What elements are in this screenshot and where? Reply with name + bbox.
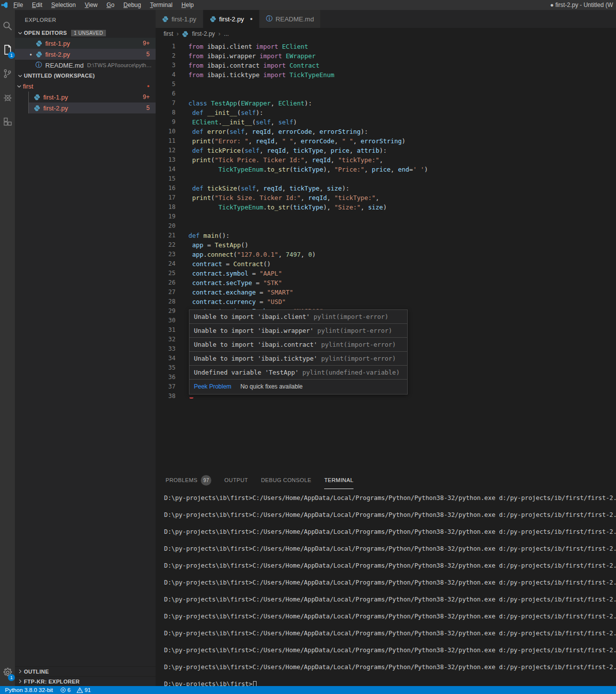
line-content: from ibapi.contract import Contract [176, 61, 319, 70]
menu-go[interactable]: Go [102, 1, 119, 8]
unsaved-count-badge: 1 UNSAVED [71, 30, 106, 36]
line-number: 32 [156, 335, 176, 344]
line-content: print("Tick Price. Ticker Id:", reqId, "… [176, 155, 383, 165]
code-line: 4from ibapi.ticktype import TickTypeEnum [156, 70, 616, 80]
code-line: 7class TestApp(EWrapper, EClient): [156, 99, 616, 108]
extensions-icon[interactable] [0, 109, 15, 133]
diagnostics-popup: Unable to import 'ibapi.client' pylint(i… [189, 309, 408, 395]
python-icon [35, 40, 43, 47]
menu-debug[interactable]: Debug [119, 1, 145, 8]
terminal-line: D:\py-projects\ib\first>C:/Users/Home/Ap… [164, 494, 616, 502]
code-line: 14 TickTypeEnum.to_str(tickType), "Price… [156, 165, 616, 174]
terminal-line: D:\py-projects\ib\first>C:/Users/Home/Ap… [164, 629, 616, 638]
open-editor-item[interactable]: first-1.py9+ [15, 38, 156, 49]
line-content [176, 316, 188, 325]
python-version-status[interactable]: Python 3.8.0 32-bit [1, 687, 57, 694]
code-editor[interactable]: 1from ibapi.client import EClient2from i… [156, 40, 616, 471]
explorer-icon[interactable]: 1 [0, 38, 15, 62]
chevron-down-icon [16, 30, 24, 36]
code-line: 5 [156, 80, 616, 89]
diagnostic-row[interactable]: Unable to import 'ibapi.client' pylint(i… [189, 310, 407, 324]
chevron-right-icon [16, 669, 24, 674]
breadcrumb-folder[interactable]: first [164, 30, 173, 37]
code-line: 25 contract.symbol = "AAPL" [156, 269, 616, 278]
code-line: 21def main(): [156, 231, 616, 240]
line-content: contract = Contract() [176, 259, 271, 269]
line-content: contract.exchange = "SMART" [176, 288, 293, 297]
line-content: print("Error: ", reqId, " ", errorCode, … [176, 136, 406, 146]
terminal-cursor [253, 681, 257, 686]
open-editor-item[interactable]: ⓘREADME.mdD:\TWS API\source\python... [15, 60, 156, 71]
unsaved-dot-icon: ● [250, 16, 253, 21]
terminal[interactable]: D:\py-projects\ib\first>C:/Users/Home/Ap… [156, 489, 616, 686]
menu-view[interactable]: View [80, 1, 102, 8]
line-number: 30 [156, 316, 176, 325]
diagnostic-row[interactable]: Unable to import 'ibapi.wrapper' pylint(… [189, 324, 407, 338]
breadcrumb-file[interactable]: first-2.py [192, 30, 215, 37]
menu-terminal[interactable]: Terminal [146, 1, 177, 8]
diagnostic-row[interactable]: Undefined variable 'TestApp' pylint(unde… [189, 366, 407, 380]
code-line: 18 TickTypeEnum.to_str(tickType), "Size:… [156, 202, 616, 212]
chevron-right-icon [16, 679, 24, 684]
line-content [176, 344, 188, 354]
diagnostic-row[interactable]: Unable to import 'ibapi.ticktype' pylint… [189, 352, 407, 366]
line-content: def error(self, reqId, errorCode, errorS… [176, 127, 368, 136]
panel-tab-terminal[interactable]: TERMINAL [324, 471, 353, 489]
tree-file-item[interactable]: first-2.py5 [29, 102, 156, 113]
line-content: TickTypeEnum.to_str(tickType), "Price:",… [176, 165, 428, 174]
line-number: 37 [156, 382, 176, 392]
line-content [176, 325, 188, 335]
menu-help[interactable]: Help [177, 1, 198, 8]
workspace-header[interactable]: UNTITLED (WORKSPACE) [15, 71, 156, 81]
panel-tab-problems[interactable]: PROBLEMS97 [166, 471, 211, 489]
panel-tab-debug-console[interactable]: DEBUG CONSOLE [261, 471, 311, 489]
tab-first-2.py[interactable]: first-2.py● [203, 10, 260, 28]
diagnostic-row[interactable]: Unable to import 'ibapi.contract' pylint… [189, 338, 407, 352]
outline-section[interactable]: OUTLINE [15, 666, 156, 676]
line-number: 13 [156, 155, 176, 165]
menu-edit[interactable]: Edit [27, 1, 47, 8]
title-bar: FileEditSelectionViewGoDebugTerminalHelp… [0, 0, 616, 10]
line-number: 14 [156, 165, 176, 174]
line-number: 2 [156, 51, 176, 61]
activity-badge: 1 [8, 674, 15, 681]
line-number: 8 [156, 108, 176, 117]
menu-selection[interactable]: Selection [47, 1, 80, 8]
panel-tab-output[interactable]: OUTPUT [224, 471, 248, 489]
tab-README.md[interactable]: ⓘREADME.md [260, 10, 321, 28]
peek-problem-link[interactable]: Peek Problem [194, 382, 231, 392]
line-content: from ibapi.wrapper import EWrapper [176, 51, 316, 61]
tab-first-1.py[interactable]: first-1.py [156, 10, 203, 28]
tree-file-item[interactable]: first-1.py9+ [29, 92, 156, 102]
problems-status[interactable]: 6 91 [57, 687, 94, 694]
search-icon[interactable] [0, 14, 15, 38]
code-line: 24 contract = Contract() [156, 259, 616, 269]
gear-icon[interactable]: 1 [0, 660, 15, 684]
activity-badge: 1 [8, 52, 15, 59]
breadcrumb: first › first-2.py › ... [156, 28, 616, 40]
source-control-icon[interactable] [0, 62, 15, 86]
code-line: 6 [156, 89, 616, 99]
line-content [176, 80, 188, 89]
line-content: def tickSize(self, reqId, tickType, size… [176, 184, 350, 193]
ftp-kr-explorer-section[interactable]: FTP-KR: EXPLORER [15, 676, 156, 686]
line-content: def main(): [176, 231, 230, 240]
open-editors-header[interactable]: OPEN EDITORS 1 UNSAVED [15, 28, 156, 38]
breadcrumb-symbol[interactable]: ... [224, 30, 229, 37]
warning-icon [77, 687, 83, 693]
file-name: first-1.py [43, 94, 68, 101]
editor-tabs-bar: first-1.pyfirst-2.py●ⓘREADME.md [156, 10, 616, 28]
line-number: 28 [156, 297, 176, 306]
panel-tabs: PROBLEMS97OUTPUTDEBUG CONSOLETERMINAL [156, 471, 616, 489]
code-line: 2from ibapi.wrapper import EWrapper [156, 51, 616, 61]
code-line: 10 def error(self, reqId, errorCode, err… [156, 127, 616, 136]
open-editor-item[interactable]: ●first-2.py5 [15, 49, 156, 60]
file-name: first-1.py [45, 40, 70, 47]
line-number: 26 [156, 278, 176, 288]
menu-file[interactable]: File [9, 1, 27, 8]
terminal-line: D:\py-projects\ib\first>C:/Users/Home/Ap… [164, 646, 616, 655]
debug-icon[interactable] [0, 86, 15, 109]
tree-folder-first[interactable]: first ● [15, 81, 156, 92]
folder-modified-dot: ● [147, 84, 156, 89]
line-content [176, 382, 188, 392]
